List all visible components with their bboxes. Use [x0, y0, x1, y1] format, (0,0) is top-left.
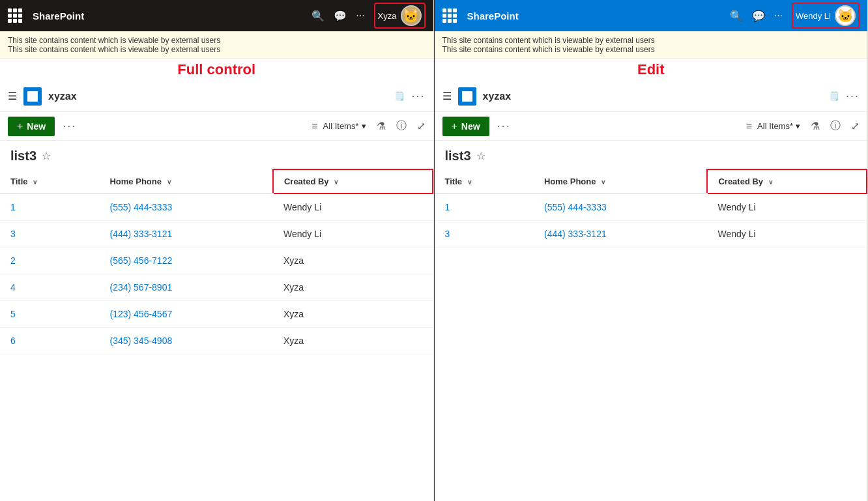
- left-row-title[interactable]: 6: [0, 328, 99, 354]
- right-list-title-row: list3 ☆: [435, 141, 868, 169]
- left-view-label: All Items*: [323, 121, 359, 131]
- left-row-title[interactable]: 4: [0, 274, 99, 301]
- right-list-table: Title ∨ Home Phone ∨ Created By ∨ 1 (555…: [435, 169, 868, 501]
- left-row-phone[interactable]: (234) 567-8901: [99, 274, 272, 301]
- left-user-avatar: 🐱: [401, 5, 422, 26]
- right-col-title[interactable]: Title ∨: [435, 169, 534, 193]
- left-row-title[interactable]: 5: [0, 301, 99, 328]
- left-site-badge: 🗒️: [394, 91, 405, 101]
- left-nav-icons: 🔍 💬 ··· Xyza 🐱: [311, 3, 425, 29]
- left-table-row: 5 (123) 456-4567 Xyza: [0, 301, 433, 328]
- left-hamburger-icon[interactable]: ☰: [8, 90, 17, 102]
- right-list-title: list3: [445, 149, 471, 164]
- right-chat-icon[interactable]: 💬: [752, 10, 765, 22]
- left-nav-title: SharePoint: [33, 10, 164, 21]
- left-col-title[interactable]: Title ∨: [0, 169, 99, 193]
- left-row-title[interactable]: 1: [0, 193, 99, 221]
- left-row-phone[interactable]: (565) 456-7122: [99, 248, 272, 274]
- right-site-badge: 🗒️: [829, 91, 839, 101]
- right-site-name: xyzax: [483, 91, 820, 102]
- left-row-createdby: Xyza: [273, 248, 433, 274]
- left-chat-icon[interactable]: 💬: [334, 10, 347, 22]
- left-list-title: list3: [10, 149, 36, 164]
- right-col-phone[interactable]: Home Phone ∨: [534, 169, 707, 193]
- left-new-button[interactable]: + New: [8, 117, 55, 136]
- left-view-selector[interactable]: All Items* ▾: [323, 121, 366, 131]
- right-hamburger-icon[interactable]: ☰: [442, 90, 452, 102]
- right-nav-title: SharePoint: [467, 10, 591, 21]
- left-user-name: Xyza: [378, 11, 397, 21]
- left-table-row: 4 (234) 567-8901 Xyza: [0, 274, 433, 301]
- left-list-title-row: list3 ☆: [0, 141, 433, 169]
- left-site-actions[interactable]: ···: [411, 89, 425, 103]
- left-filter-btn[interactable]: ⚗: [377, 120, 386, 132]
- left-table-row: 3 (444) 333-3121 Wendy Li: [0, 221, 433, 248]
- left-site-logo: [23, 87, 42, 106]
- right-table-row: 1 (555) 444-3333 Wendy Li: [435, 193, 867, 221]
- left-site-header: ☰ xyzax 🗒️ ···: [0, 81, 433, 112]
- right-new-label: New: [461, 121, 480, 132]
- left-col-createdby[interactable]: Created By ∨: [273, 169, 433, 193]
- left-table-header-row: Title ∨ Home Phone ∨ Created By ∨: [0, 169, 433, 193]
- right-table-row: 3 (444) 333-3121 Wendy Li: [435, 221, 867, 248]
- right-new-button[interactable]: + New: [442, 117, 489, 136]
- left-warning-line2: This site contains content which is view…: [8, 45, 426, 54]
- waffle-icon-right[interactable]: [442, 8, 457, 23]
- right-filter-btn[interactable]: ⚗: [811, 120, 820, 132]
- right-user-name: Wendy Li: [796, 11, 831, 21]
- right-row-phone[interactable]: (444) 333-3121: [534, 221, 707, 248]
- right-table-header-row: Title ∨ Home Phone ∨ Created By ∨: [435, 169, 867, 193]
- left-info-btn[interactable]: ⓘ: [396, 119, 407, 133]
- right-row-phone[interactable]: (555) 444-3333: [534, 193, 707, 221]
- left-table-row: 2 (565) 456-7122 Xyza: [0, 248, 433, 274]
- left-warning-line1: This site contains content which is view…: [8, 36, 426, 45]
- right-user-highlight: Wendy Li 🐱: [792, 3, 860, 29]
- left-user-badge[interactable]: Xyza 🐱: [378, 5, 422, 26]
- left-row-createdby: Xyza: [273, 301, 433, 328]
- right-search-icon[interactable]: 🔍: [730, 10, 743, 22]
- left-toolbar-more[interactable]: ···: [63, 119, 76, 133]
- right-row-title[interactable]: 1: [435, 193, 534, 221]
- left-row-phone[interactable]: (555) 444-3333: [99, 193, 272, 221]
- right-info-btn[interactable]: ⓘ: [830, 119, 841, 133]
- right-col-createdby[interactable]: Created By ∨: [707, 169, 867, 193]
- right-row-title[interactable]: 3: [435, 221, 534, 248]
- right-site-actions[interactable]: ···: [846, 89, 860, 103]
- right-more-icon[interactable]: ···: [774, 10, 783, 21]
- left-star-icon[interactable]: ☆: [42, 150, 51, 162]
- right-user-avatar: 🐱: [835, 5, 856, 26]
- left-row-phone[interactable]: (444) 333-3121: [99, 221, 272, 248]
- left-row-phone[interactable]: (123) 456-4567: [99, 301, 272, 328]
- right-warning-line1: This site contains content which is view…: [442, 36, 860, 45]
- left-row-createdby: Wendy Li: [273, 221, 433, 248]
- right-pane: SharePoint 🔍 💬 ··· Wendy Li 🐱 This site …: [435, 0, 869, 501]
- left-permission-label: Full control: [0, 59, 433, 81]
- left-more-icon[interactable]: ···: [356, 10, 364, 21]
- left-row-title[interactable]: 3: [0, 221, 99, 248]
- left-nav-bar: SharePoint 🔍 💬 ··· Xyza 🐱: [0, 0, 433, 31]
- left-search-icon[interactable]: 🔍: [311, 10, 325, 22]
- left-list-table: Title ∨ Home Phone ∨ Created By ∨ 1 (555…: [0, 169, 433, 501]
- right-row-createdby: Wendy Li: [707, 221, 867, 248]
- right-user-badge[interactable]: Wendy Li 🐱: [796, 5, 856, 26]
- right-view-selector[interactable]: All Items* ▾: [757, 121, 800, 131]
- waffle-icon-left[interactable]: [8, 8, 22, 23]
- left-row-title[interactable]: 2: [0, 248, 99, 274]
- left-filter-icon: ≡: [311, 121, 317, 132]
- left-expand-btn[interactable]: ⤢: [417, 120, 426, 132]
- right-view-chevron: ▾: [796, 121, 800, 131]
- left-col-phone[interactable]: Home Phone ∨: [99, 169, 272, 193]
- right-toolbar: + New ··· ≡ All Items* ▾ ⚗ ⓘ ⤢: [435, 112, 868, 141]
- left-pane: SharePoint 🔍 💬 ··· Xyza 🐱 This site cont…: [0, 0, 434, 501]
- left-user-highlight: Xyza 🐱: [374, 3, 426, 29]
- right-filter-icon: ≡: [746, 121, 752, 132]
- right-expand-btn[interactable]: ⤢: [851, 120, 860, 132]
- right-nav-bar: SharePoint 🔍 💬 ··· Wendy Li 🐱: [435, 0, 868, 31]
- right-star-icon[interactable]: ☆: [476, 150, 485, 162]
- right-permission-label: Edit: [435, 59, 868, 81]
- left-plus-icon: +: [17, 121, 23, 132]
- right-toolbar-more[interactable]: ···: [497, 119, 511, 133]
- right-site-logo: [458, 87, 476, 106]
- left-row-phone[interactable]: (345) 345-4908: [99, 328, 272, 354]
- right-nav-icons: 🔍 💬 ··· Wendy Li 🐱: [730, 3, 860, 29]
